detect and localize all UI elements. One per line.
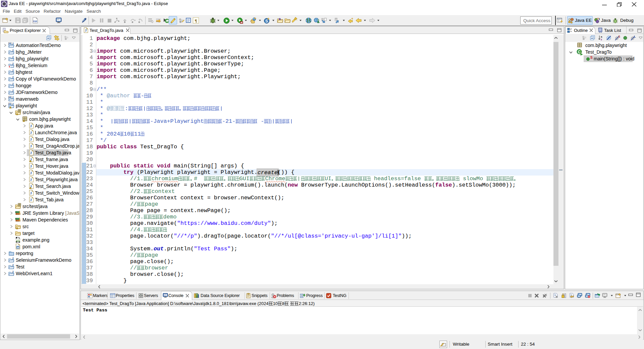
- svg-text:C: C: [578, 50, 581, 54]
- svg-text:J: J: [30, 137, 32, 141]
- svg-text:J: J: [12, 263, 14, 267]
- svg-text:J: J: [12, 257, 14, 260]
- svg-text:J: J: [12, 76, 14, 79]
- svg-text:PNG: PNG: [15, 239, 20, 242]
- svg-text:J: J: [598, 18, 600, 21]
- svg-text:J: J: [30, 124, 32, 128]
- svg-text:¶: ¶: [195, 18, 197, 23]
- svg-text:J: J: [12, 270, 14, 273]
- svg-text:J: J: [12, 82, 14, 86]
- svg-text:J: J: [30, 171, 32, 175]
- svg-text:J: J: [12, 55, 14, 59]
- svg-text:J: J: [30, 191, 32, 195]
- svg-text:J: J: [12, 102, 14, 106]
- svg-text:M: M: [17, 246, 19, 249]
- svg-text:z: z: [601, 38, 602, 41]
- svg-text:J: J: [30, 131, 32, 135]
- svg-text:J: J: [30, 144, 32, 148]
- svg-text:J: J: [12, 62, 14, 65]
- svg-text:J: J: [12, 89, 14, 92]
- svg-text:J: J: [30, 198, 32, 202]
- svg-text:J: J: [12, 42, 14, 45]
- svg-text:010: 010: [33, 20, 37, 22]
- svg-text:S: S: [265, 19, 268, 23]
- svg-text:S: S: [590, 56, 593, 59]
- svg-text:J: J: [12, 49, 14, 52]
- svg-text:J: J: [30, 151, 32, 155]
- svg-text:J: J: [30, 164, 32, 168]
- svg-text:J: J: [85, 29, 87, 32]
- svg-text:J: J: [12, 96, 14, 99]
- svg-text:J: J: [12, 69, 14, 72]
- svg-text:J: J: [30, 178, 32, 182]
